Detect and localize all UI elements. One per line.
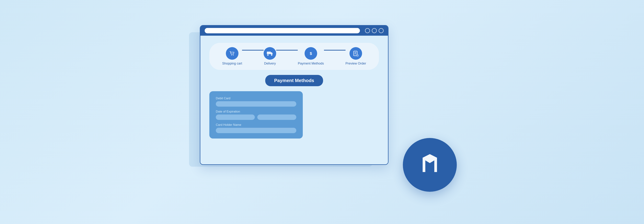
connector-2 xyxy=(276,50,298,51)
browser-addressbar[interactable] xyxy=(205,28,360,33)
browser-dot-3 xyxy=(378,28,384,33)
cardholder-field: Card Holder Name xyxy=(216,123,296,133)
magento-logo-circle xyxy=(403,138,457,192)
cardholder-input[interactable] xyxy=(216,128,296,133)
connector-1 xyxy=(242,50,264,51)
browser-dot-1 xyxy=(365,28,370,33)
step-delivery-label: Delivery xyxy=(264,61,276,66)
svg-rect-2 xyxy=(267,52,271,54)
svg-point-3 xyxy=(268,54,269,56)
svg-point-0 xyxy=(231,55,232,55)
shopping-cart-icon xyxy=(226,47,238,60)
connector-3 xyxy=(324,50,346,51)
step-payment-label: Payment Methods xyxy=(298,61,324,66)
step-shopping-cart-label: Shopping cart xyxy=(222,61,242,66)
browser-window: Shopping cart Delivery xyxy=(200,25,388,165)
step-payment[interactable]: $ Payment Methods xyxy=(298,47,324,66)
checkout-steps: Shopping cart Delivery xyxy=(209,43,379,70)
browser-dot-2 xyxy=(372,28,377,33)
magento-logo-icon xyxy=(416,150,444,179)
debit-card-input[interactable] xyxy=(216,101,296,107)
payment-icon: $ xyxy=(304,47,317,60)
svg-text:$: $ xyxy=(310,51,312,56)
step-delivery[interactable]: Delivery xyxy=(264,47,276,66)
payment-methods-heading: Payment Methods xyxy=(265,75,323,86)
expiration-label: Date of Expiration xyxy=(216,110,296,113)
debit-card-field: Debit Card xyxy=(216,97,296,107)
step-preview-order[interactable]: Preview Order xyxy=(346,47,366,66)
expiration-month-input[interactable] xyxy=(216,114,255,120)
delivery-icon xyxy=(264,47,276,60)
expiration-row xyxy=(216,114,296,120)
browser-controls xyxy=(365,28,384,33)
browser-titlebar xyxy=(200,26,388,36)
preview-order-icon xyxy=(350,47,362,60)
svg-point-1 xyxy=(233,55,234,55)
svg-point-4 xyxy=(271,54,272,56)
scene: Shopping cart Delivery xyxy=(178,18,466,206)
expiration-field: Date of Expiration xyxy=(216,110,296,120)
browser-content: Shopping cart Delivery xyxy=(200,36,388,164)
step-preview-order-label: Preview Order xyxy=(346,61,366,66)
svg-line-11 xyxy=(358,56,358,56)
payment-form-card: Debit Card Date of Expiration Card Holde… xyxy=(209,91,303,138)
debit-card-label: Debit Card xyxy=(216,97,296,100)
expiration-year-input[interactable] xyxy=(257,114,296,120)
step-shopping-cart[interactable]: Shopping cart xyxy=(222,47,242,66)
cardholder-label: Card Holder Name xyxy=(216,123,296,127)
